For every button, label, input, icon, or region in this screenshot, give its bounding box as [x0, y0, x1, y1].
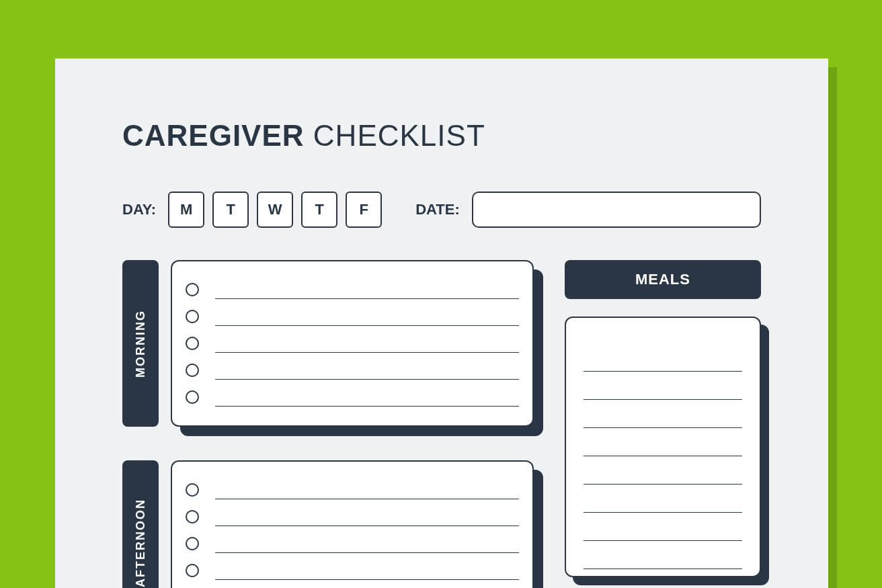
list-item: [186, 476, 519, 503]
day-box-mon[interactable]: M: [168, 192, 204, 228]
day-box-thu[interactable]: T: [301, 192, 337, 228]
list-item: [186, 530, 519, 557]
write-line[interactable]: [215, 406, 519, 407]
checkbox-circle[interactable]: [186, 483, 199, 497]
write-line[interactable]: [584, 400, 742, 428]
checkbox-circle[interactable]: [186, 310, 199, 323]
write-line[interactable]: [584, 456, 742, 485]
list-item: [186, 557, 519, 584]
write-line[interactable]: [584, 372, 742, 400]
title-bold: CAREGIVER: [122, 119, 305, 152]
write-line[interactable]: [215, 298, 519, 299]
day-label: DAY:: [122, 201, 156, 218]
page-title: CAREGIVER CHECKLIST: [122, 119, 761, 153]
morning-card-wrap: [171, 260, 534, 427]
title-light: CHECKLIST: [313, 119, 485, 152]
list-item: [186, 357, 519, 384]
date-label: DATE:: [415, 201, 460, 218]
checkbox-circle[interactable]: [186, 510, 199, 523]
afternoon-section: AFTERNOON: [122, 460, 534, 588]
right-column: MEALS: [565, 260, 761, 588]
checkbox-circle[interactable]: [186, 364, 199, 377]
list-item: [186, 384, 519, 411]
date-input[interactable]: [472, 192, 761, 228]
checkbox-circle[interactable]: [186, 337, 199, 350]
checkbox-circle[interactable]: [186, 537, 199, 550]
checkbox-circle[interactable]: [186, 390, 199, 404]
meals-header: MEALS: [565, 260, 761, 299]
write-line[interactable]: [215, 352, 519, 353]
checkbox-circle[interactable]: [186, 564, 199, 577]
write-line[interactable]: [215, 379, 519, 380]
write-line[interactable]: [584, 343, 742, 372]
write-line[interactable]: [584, 513, 742, 541]
write-line[interactable]: [215, 526, 519, 526]
day-box-fri[interactable]: F: [346, 192, 382, 228]
document-page: CAREGIVER CHECKLIST DAY: M T W T F DATE:…: [55, 58, 828, 588]
morning-card: [171, 260, 534, 427]
day-box-wed[interactable]: W: [257, 192, 293, 228]
afternoon-tab-label: AFTERNOON: [134, 499, 148, 587]
afternoon-card: [171, 460, 534, 588]
write-line[interactable]: [215, 325, 519, 326]
day-date-row: DAY: M T W T F DATE:: [122, 192, 761, 228]
write-line[interactable]: [215, 579, 519, 580]
meals-card-wrap: [565, 317, 761, 577]
content-row: MORNING AFTERNOON: [122, 260, 761, 588]
morning-tab-label: MORNING: [134, 310, 148, 378]
list-item: [186, 276, 519, 303]
write-line[interactable]: [584, 541, 742, 569]
list-item: [186, 330, 519, 357]
afternoon-card-wrap: [171, 460, 534, 588]
meals-card: [565, 317, 761, 577]
left-column: MORNING AFTERNOON: [122, 260, 534, 588]
write-line[interactable]: [584, 485, 742, 513]
day-box-tue[interactable]: T: [212, 192, 249, 228]
list-item: [186, 303, 519, 330]
morning-tab: MORNING: [122, 260, 159, 427]
day-boxes: M T W T F: [168, 192, 382, 228]
list-item: [186, 503, 519, 530]
write-line[interactable]: [584, 428, 742, 456]
afternoon-tab: AFTERNOON: [122, 460, 159, 588]
morning-section: MORNING: [122, 260, 534, 427]
write-line[interactable]: [215, 552, 519, 553]
checkbox-circle[interactable]: [186, 283, 199, 296]
list-item: [186, 584, 519, 588]
write-line[interactable]: [215, 499, 519, 499]
